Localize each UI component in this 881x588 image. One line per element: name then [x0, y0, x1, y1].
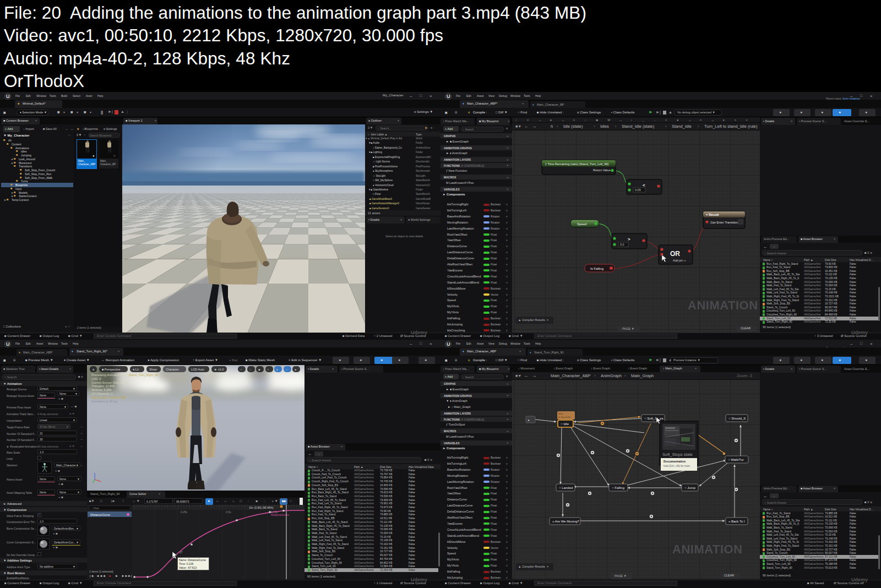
svg-text:○ Should_S: ○ Should_S	[728, 417, 746, 420]
svg-text:○ Falling: ○ Falling	[612, 486, 624, 489]
svg-text:>: >	[628, 237, 630, 242]
svg-text:►: ►	[527, 418, 530, 422]
svg-text:0.25s: 0.25s	[181, 510, 188, 514]
svg-text:○ Jump: ○ Jump	[684, 486, 696, 489]
svg-text:○ Idle: ○ Idle	[561, 422, 569, 426]
svg-text:« Back To I: « Back To I	[728, 520, 745, 523]
svg-text:Walk: Walk	[558, 412, 563, 415]
svg-text:OR: OR	[670, 250, 680, 258]
svg-text:0.05: 0.05	[635, 188, 641, 192]
svg-text:17: 17	[180, 551, 183, 554]
svg-text:<: <	[643, 183, 645, 188]
svg-text:DistanceCurve: DistanceCurve	[271, 513, 289, 516]
svg-text:○ Landed: ○ Landed	[559, 486, 573, 489]
svg-text:Return Value: Return Value	[593, 168, 611, 172]
svg-text:Soft_Stops state: Soft_Stops state	[662, 452, 693, 457]
svg-text:○ Walk/Tur: ○ Walk/Tur	[728, 458, 744, 461]
svg-text:0.5s: 0.5s	[226, 510, 231, 514]
svg-text:to Stand Idle: to Stand Idle	[558, 416, 571, 418]
svg-text:Documentation: Documentation	[664, 460, 686, 463]
svg-text:× Result: × Result	[706, 213, 719, 216]
svg-text:Add pin +: Add pin +	[673, 259, 686, 262]
svg-text:19+ (0.80) (95.46%): 19+ (0.80) (95.46%)	[249, 506, 274, 509]
svg-text:Speed: Speed	[577, 222, 586, 226]
svg-text:« Are We Moving?: « Are We Moving?	[552, 520, 580, 523]
svg-text:ƒ Time Remaining (ratio) (Stan: ƒ Time Remaining (ratio) (Stand_Turn_Lef…	[545, 162, 609, 166]
svg-text:hold (Ctrl + Alt) for more: hold (Ctrl + Alt) for more	[664, 465, 690, 467]
svg-text:Can Enter Transition: Can Enter Transition	[710, 221, 738, 224]
svg-text:○ Soft_St_ps: ○ Soft_St_ps	[644, 417, 664, 420]
svg-text:0.0: 0.0	[620, 243, 624, 246]
svg-text:Is Falling: Is Falling	[590, 267, 603, 270]
